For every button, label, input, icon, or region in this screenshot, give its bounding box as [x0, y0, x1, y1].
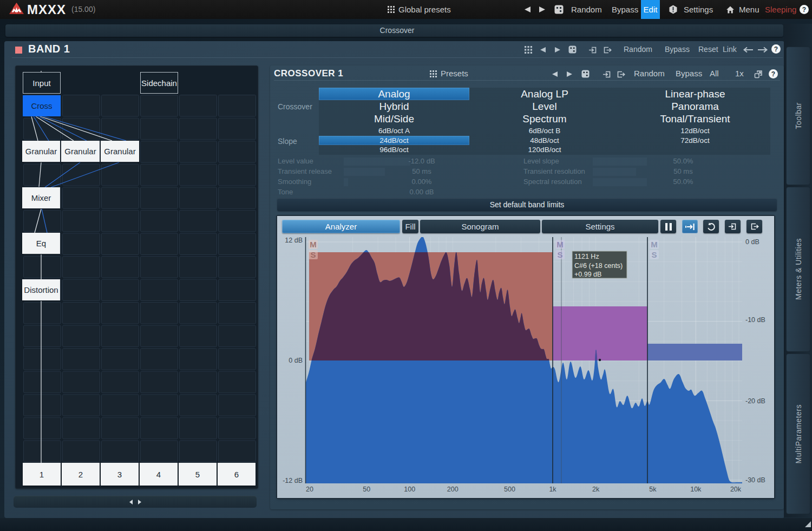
- svg-text:M: M: [556, 240, 564, 249]
- svg-text:0 dB: 0 dB: [289, 357, 303, 364]
- svg-text:100: 100: [404, 486, 415, 493]
- svg-text:20k: 20k: [730, 486, 742, 493]
- svg-text:5k: 5k: [649, 486, 657, 493]
- svg-text:-10 dB: -10 dB: [745, 316, 765, 324]
- svg-text:50: 50: [363, 486, 370, 493]
- svg-text:500: 500: [504, 486, 515, 493]
- svg-text:-30 dB: -30 dB: [745, 476, 765, 484]
- svg-text:?: ?: [802, 6, 806, 14]
- svg-text:2k: 2k: [592, 486, 600, 493]
- svg-text:M: M: [651, 240, 658, 249]
- svg-text:-12 dB: -12 dB: [283, 477, 303, 484]
- svg-text:20: 20: [306, 486, 313, 493]
- svg-text:1k: 1k: [549, 486, 556, 493]
- svg-text:-20 dB: -20 dB: [745, 397, 765, 405]
- svg-text:S: S: [557, 250, 562, 259]
- svg-text:1121 Hz: 1121 Hz: [574, 253, 599, 260]
- svg-text:+0.99 dB: +0.99 dB: [574, 271, 601, 278]
- svg-text:S: S: [651, 250, 657, 259]
- svg-text:10k: 10k: [690, 486, 702, 493]
- svg-text:M: M: [310, 240, 317, 249]
- svg-text:C#6 (+18 cents): C#6 (+18 cents): [574, 262, 623, 270]
- svg-text:?: ?: [774, 45, 778, 53]
- svg-text:200: 200: [447, 486, 459, 493]
- svg-text:S: S: [310, 250, 316, 259]
- svg-text:0 dB: 0 dB: [745, 238, 759, 246]
- svg-text:12 dB: 12 dB: [285, 237, 303, 244]
- svg-text:?: ?: [771, 70, 775, 78]
